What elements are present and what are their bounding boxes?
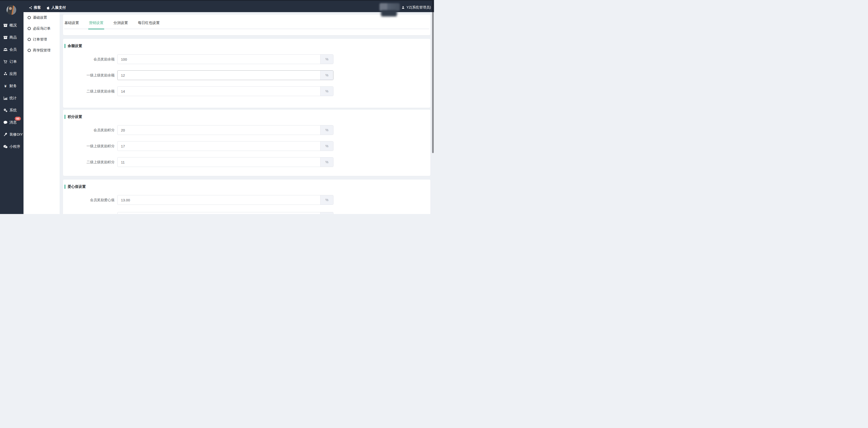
- section-title: 爱心值设置: [68, 184, 86, 189]
- input-group: [117, 212, 334, 214]
- top-nav: 推客 人脸支付: [29, 0, 66, 12]
- cubes-icon: [3, 72, 8, 76]
- sidebar-item-goods[interactable]: 商品: [0, 31, 24, 44]
- section-balance-settings: 余额设置 会员奖励余额 % 一级上级奖励余额 % 二级上级奖励余额 %: [63, 39, 430, 108]
- member-reward-points-input[interactable]: [118, 125, 320, 135]
- section-header: 余额设置: [64, 44, 429, 48]
- section-accent-bar: [64, 115, 65, 119]
- top-nav-face-pay[interactable]: 人脸支付: [46, 5, 66, 10]
- level2-upline-reward-points-input[interactable]: [118, 158, 320, 167]
- gears-icon: [3, 108, 8, 113]
- input-group: %: [117, 54, 334, 64]
- submenu-item-basic-settings[interactable]: 基础设置: [24, 12, 60, 23]
- field-row: 一级上级奖励余额 %: [64, 70, 429, 80]
- circle-o-icon: [28, 38, 31, 41]
- section-header: 爱心值设置: [64, 184, 429, 189]
- sidebar-item-orders[interactable]: 订单: [0, 56, 24, 68]
- sidebar-item-finance[interactable]: 财务: [0, 80, 24, 92]
- field-label: 会员奖励爱心值: [64, 198, 117, 202]
- settings-tabs: 基础设置 营销设置 分润设置 每日红包设置: [64, 17, 429, 29]
- field-label: 一级上级奖励余额: [64, 73, 117, 78]
- tab-label: 每日红包设置: [138, 21, 160, 25]
- sidebar-item-label: 应用: [9, 72, 17, 76]
- field-row: 一级上级奖励积分 %: [64, 141, 429, 151]
- submenu-item-label: 必应鸟订单: [33, 26, 51, 31]
- circle-o-icon: [28, 27, 31, 30]
- sidebar-item-label: 概况: [9, 23, 17, 28]
- circle-o-icon: [28, 16, 31, 19]
- sidebar-item-statistics[interactable]: 统计: [0, 92, 24, 104]
- sidebar-item-apps[interactable]: 应用: [0, 68, 24, 80]
- top-nav-face-pay-label: 人脸支付: [51, 5, 66, 10]
- member-reward-balance-input[interactable]: [118, 55, 320, 64]
- section-title: 余额设置: [68, 44, 82, 48]
- submenu: 基础设置 必应鸟订单 订单管理 商学院管理: [24, 12, 60, 214]
- sidebar-item-decorate-diy[interactable]: 装修DIY: [0, 129, 24, 141]
- field-row: 二级上级奖励积分 %: [64, 157, 429, 167]
- yen-icon: [3, 84, 8, 88]
- field-label: 会员奖励余额: [64, 57, 117, 62]
- vertical-scrollbar-thumb[interactable]: [432, 1, 434, 153]
- submenu-item-order-management[interactable]: 订单管理: [24, 34, 60, 45]
- sidebar-item-mini-program[interactable]: 小程序: [0, 141, 24, 152]
- tab-marketing-settings[interactable]: 营销设置: [89, 21, 104, 25]
- top-bar: 推客 人脸支付 YZ(系统管理员): [0, 0, 434, 12]
- active-tab-underline: [88, 29, 104, 29]
- input-group: %: [117, 195, 334, 205]
- sidebar-item-label: 系统: [9, 108, 17, 113]
- percent-addon: %: [320, 87, 333, 96]
- share-icon: [29, 6, 32, 10]
- gavel-icon: [3, 132, 8, 137]
- chart-icon: [3, 96, 8, 101]
- sidebar-item-label: 装修DIY: [9, 132, 23, 137]
- top-nav-tuike[interactable]: 推客: [29, 5, 41, 10]
- percent-addon: %: [320, 55, 333, 64]
- sidebar-item-overview[interactable]: 概况: [0, 19, 24, 31]
- user-menu[interactable]: YZ(系统管理员): [401, 0, 431, 12]
- sidebar-item-label: 小程序: [9, 144, 20, 149]
- level1-upline-reward-balance-input[interactable]: [118, 70, 320, 80]
- submenu-item-label: 订单管理: [33, 37, 47, 42]
- sidebar-item-messages[interactable]: 消息 60: [0, 116, 24, 129]
- section-points-settings: 积分设置 会员奖励积分 % 一级上级奖励积分 % 二级上级奖励积分 %: [63, 110, 430, 176]
- field-row: 会员奖励余额 %: [64, 54, 429, 64]
- field-label: 一级上级奖励积分: [64, 144, 117, 148]
- section-title: 积分设置: [68, 115, 82, 119]
- submenu-item-label: 商学院管理: [33, 48, 51, 53]
- tab-daily-redpacket-settings[interactable]: 每日红包设置: [137, 21, 160, 25]
- field-row: 会员奖励爱心值 %: [64, 195, 429, 205]
- percent-addon: %: [320, 158, 333, 167]
- user-icon: [401, 6, 405, 9]
- tab-label: 分润设置: [114, 21, 128, 25]
- input-group: %: [117, 125, 334, 135]
- percent-addon: [320, 212, 333, 214]
- avatar[interactable]: [6, 5, 16, 15]
- users-icon: [3, 47, 8, 52]
- redacted-block-lower: [381, 10, 397, 17]
- section-love-value-settings: 爱心值设置 会员奖励爱心值 %: [63, 179, 430, 214]
- sidebar-item-label: 会员: [9, 47, 17, 52]
- submenu-item-business-school[interactable]: 商学院管理: [24, 45, 60, 56]
- tab-profit-settings[interactable]: 分润设置: [113, 21, 128, 25]
- sidebar-item-label: 统计: [9, 96, 17, 101]
- cart-icon: [3, 59, 8, 64]
- sidebar-item-system[interactable]: 系统: [0, 104, 24, 116]
- member-reward-love-value-input[interactable]: [118, 195, 320, 204]
- level2-upline-reward-balance-input[interactable]: [118, 87, 320, 96]
- input-group: %: [117, 70, 334, 80]
- sidebar-item-label: 订单: [9, 59, 17, 64]
- field-label: 二级上级奖励积分: [64, 160, 117, 165]
- apple-icon: [46, 6, 50, 10]
- percent-addon: %: [320, 70, 333, 80]
- top-nav-tuike-label: 推客: [34, 5, 41, 10]
- sidebar-item-members[interactable]: 会员: [0, 44, 24, 56]
- tab-basic-settings[interactable]: 基础设置: [64, 21, 79, 25]
- input-group: %: [117, 86, 334, 96]
- input-group: %: [117, 157, 334, 167]
- submenu-item-biyingniao-orders[interactable]: 必应鸟订单: [24, 23, 60, 34]
- comment-icon: [3, 120, 8, 125]
- archive-icon: [3, 23, 8, 28]
- section-accent-bar: [64, 184, 65, 189]
- level1-upline-reward-points-input[interactable]: [118, 141, 320, 151]
- partial-input[interactable]: [118, 212, 320, 214]
